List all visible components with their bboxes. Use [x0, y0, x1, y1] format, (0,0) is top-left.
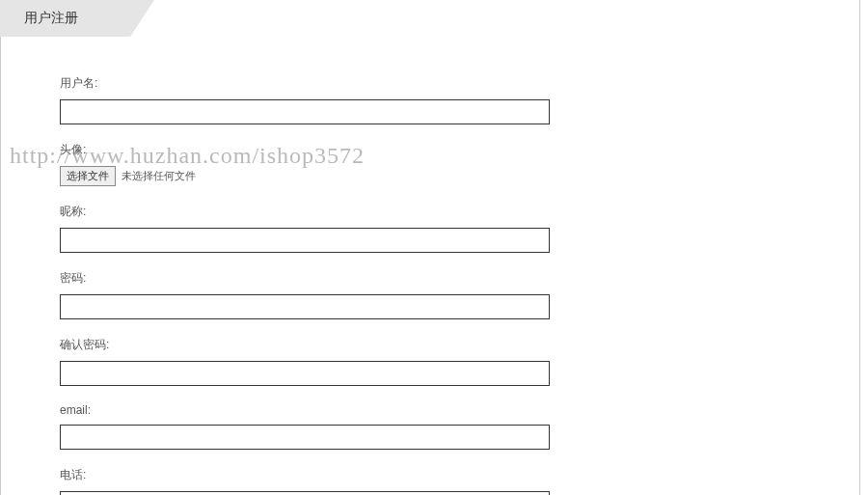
page-title-tab: 用户注册	[0, 0, 154, 37]
page-border	[0, 0, 860, 495]
page-title: 用户注册	[24, 10, 78, 25]
